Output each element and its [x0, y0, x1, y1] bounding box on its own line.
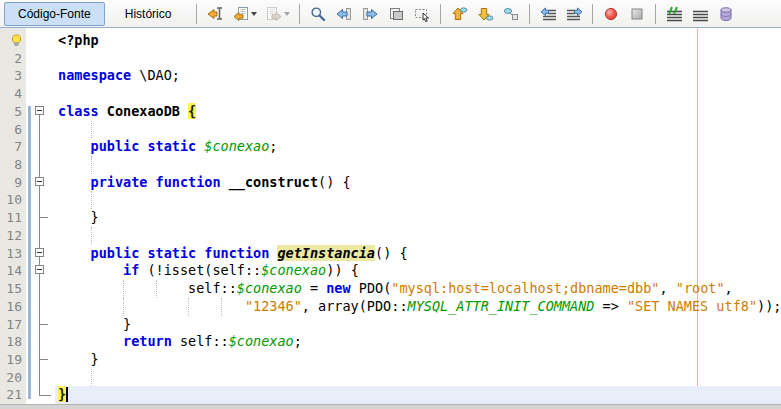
find-previous-button[interactable]: [332, 2, 356, 26]
database-button[interactable]: [714, 2, 738, 26]
code-line[interactable]: if (!isset(self::$conexao)) {: [55, 262, 781, 280]
line-number[interactable]: 2: [0, 50, 26, 68]
code-line[interactable]: }: [55, 386, 781, 404]
line-number[interactable]: 6: [0, 121, 26, 139]
line-number[interactable]: 19: [0, 351, 26, 369]
line-number[interactable]: 16: [0, 298, 26, 316]
toggle-highlight-search-button[interactable]: [384, 2, 408, 26]
line-number[interactable]: 4: [0, 85, 26, 103]
indent-guide: [91, 156, 92, 174]
next-bookmark-button[interactable]: [473, 2, 497, 26]
hint-lightbulb-icon[interactable]: [0, 32, 26, 50]
code-line[interactable]: [55, 50, 781, 68]
code-line[interactable]: [55, 191, 781, 209]
stop-icon: [629, 6, 645, 22]
navigate-forward-button[interactable]: [262, 2, 293, 26]
indent-guide: [123, 280, 124, 298]
code-line[interactable]: class ConexaoDB {: [55, 103, 781, 121]
code-line[interactable]: self::$conexao = new PDO("mysql:host=loc…: [55, 280, 781, 298]
line-number[interactable]: 18: [0, 333, 26, 351]
code-line[interactable]: }: [55, 316, 781, 334]
shift-right-icon: [566, 6, 583, 22]
line-number[interactable]: 11: [0, 209, 26, 227]
find-previous-icon: [336, 6, 352, 22]
fold-collapse-box[interactable]: [35, 265, 44, 274]
code-line[interactable]: private function __construct() {: [55, 174, 781, 192]
comment-button[interactable]: [662, 2, 686, 26]
code-line[interactable]: [55, 156, 781, 174]
line-number[interactable]: 3: [0, 67, 26, 85]
shift-line-right-button[interactable]: [562, 2, 586, 26]
code-editor: 23456789101112131415161718192021 <?phpna…: [0, 28, 781, 408]
indent-guide: [188, 298, 189, 316]
code-line[interactable]: [55, 121, 781, 139]
line-number[interactable]: 9: [0, 174, 26, 192]
stop-macro-recording-button[interactable]: [625, 2, 649, 26]
search-icon: [310, 6, 326, 22]
line-number[interactable]: 7: [0, 138, 26, 156]
fold-collapse-box[interactable]: [35, 248, 44, 257]
comment-icon: [666, 6, 683, 22]
line-number[interactable]: 8: [0, 156, 26, 174]
forward-icon: [266, 6, 282, 22]
toggle-bookmark-button[interactable]: [499, 2, 523, 26]
line-number[interactable]: 12: [0, 227, 26, 245]
previous-bookmark-button[interactable]: [447, 2, 471, 26]
code-line[interactable]: }: [55, 209, 781, 227]
fold-collapse-box[interactable]: [35, 177, 44, 186]
indent-guide: [221, 298, 222, 316]
line-number[interactable]: 5: [0, 103, 26, 121]
fold-column[interactable]: [26, 28, 55, 408]
tab-source[interactable]: Código-Fonte: [4, 2, 105, 26]
fold-guide: [39, 324, 48, 325]
line-number-gutter[interactable]: 23456789101112131415161718192021: [0, 28, 26, 408]
fold-collapse-box[interactable]: [35, 106, 44, 115]
start-macro-recording-button[interactable]: [599, 2, 623, 26]
fold-guide: [39, 217, 48, 218]
last-edit-position-icon: [206, 6, 224, 22]
rectangular-selection-icon: [414, 6, 430, 22]
forward-dropdown-caret: [284, 12, 290, 16]
code-line[interactable]: public static $conexao;: [55, 138, 781, 156]
tab-history[interactable]: Histórico: [111, 2, 186, 26]
text-caret: [66, 387, 68, 402]
indent-guide: [91, 369, 92, 387]
line-number[interactable]: 15: [0, 280, 26, 298]
code-line[interactable]: [55, 85, 781, 103]
toolbar-separator: [440, 4, 441, 24]
uncomment-button[interactable]: [688, 2, 712, 26]
line-number[interactable]: 10: [0, 191, 26, 209]
window-bottom-edge: [0, 404, 781, 409]
find-next-button[interactable]: [358, 2, 382, 26]
code-line[interactable]: [55, 369, 781, 387]
find-button[interactable]: [306, 2, 330, 26]
code-area[interactable]: <?phpnamespace \DAO;class ConexaoDB { pu…: [55, 28, 781, 408]
code-line[interactable]: public static function getInstancia() {: [55, 245, 781, 263]
code-line[interactable]: return self::$conexao;: [55, 333, 781, 351]
toolbar-separator: [592, 4, 593, 24]
code-line[interactable]: }: [55, 351, 781, 369]
highlight-search-icon: [388, 6, 404, 22]
line-number[interactable]: 14: [0, 262, 26, 280]
line-number[interactable]: 20: [0, 369, 26, 387]
code-line[interactable]: <?php: [55, 32, 781, 50]
line-number[interactable]: 21: [0, 386, 26, 404]
jump-last-edit-button[interactable]: [203, 2, 227, 26]
database-icon: [718, 6, 734, 22]
indent-guide: [91, 121, 92, 139]
toolbar-separator: [529, 4, 530, 24]
toggle-bookmark-icon: [503, 6, 519, 22]
navigate-back-button[interactable]: [229, 2, 260, 26]
code-line[interactable]: [55, 227, 781, 245]
indent-guide: [123, 298, 124, 316]
code-line[interactable]: "12346", array(PDO::MYSQL_ATTR_INIT_COMM…: [55, 298, 781, 316]
toolbar-separator: [655, 4, 656, 24]
back-dropdown-caret: [251, 12, 257, 16]
fold-guide: [28, 106, 31, 400]
line-number[interactable]: 13: [0, 245, 26, 263]
code-line[interactable]: namespace \DAO;: [55, 67, 781, 85]
toggle-rectangular-selection-button[interactable]: [410, 2, 434, 26]
line-number[interactable]: 17: [0, 316, 26, 334]
shift-line-left-button[interactable]: [536, 2, 560, 26]
toolbar-separator: [196, 4, 197, 24]
